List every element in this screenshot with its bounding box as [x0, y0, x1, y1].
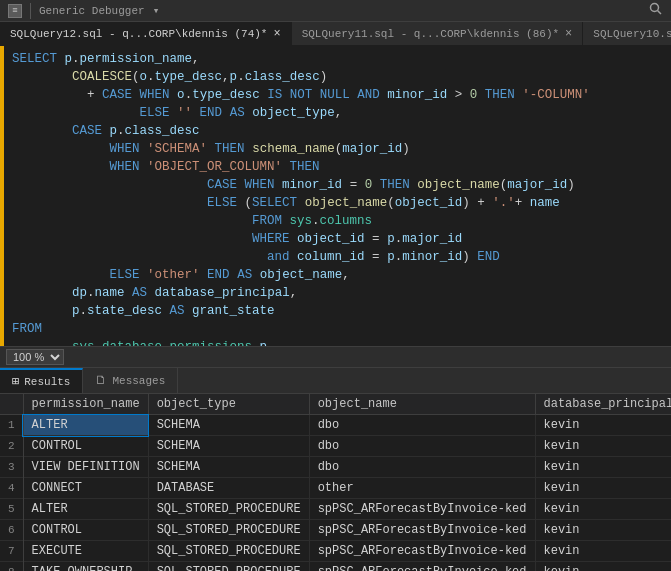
cell-database-principal: kevin [535, 499, 671, 520]
cell-rownum: 4 [0, 478, 23, 499]
tab-close[interactable]: × [565, 27, 572, 41]
tab-bar: SQLQuery12.sql - q...CORP\kdennis (74)* … [0, 22, 671, 46]
search-icon[interactable] [649, 2, 671, 20]
zoom-bar: 50 % 75 % 100 % 125 % 150 % 200 % [0, 346, 671, 368]
cell-permission-name: TAKE OWNERSHIP [23, 562, 148, 572]
cell-rownum: 2 [0, 436, 23, 457]
results-panel: ⊞ Results 🗋 Messages permission_name obj… [0, 368, 671, 571]
svg-point-0 [651, 3, 659, 11]
cell-object-type: SCHEMA [148, 415, 309, 436]
cell-rownum: 8 [0, 562, 23, 572]
cell-permission-name: EXECUTE [23, 541, 148, 562]
cell-permission-name: CONTROL [23, 436, 148, 457]
col-rownum [0, 394, 23, 415]
editor[interactable]: SELECT p.permission_name, COALESCE(o.typ… [0, 46, 671, 346]
top-bar: ≡ Generic Debugger ▾ [0, 0, 671, 22]
table-row[interactable]: 1ALTERSCHEMAdbokevinGRANT [0, 415, 671, 436]
code-block: SELECT p.permission_name, COALESCE(o.typ… [12, 50, 667, 346]
tab-label: SQLQuery10.sql - q...CORP [593, 28, 671, 40]
cell-rownum: 6 [0, 520, 23, 541]
cell-rownum: 7 [0, 541, 23, 562]
cell-permission-name: CONNECT [23, 478, 148, 499]
cell-object-type: DATABASE [148, 478, 309, 499]
data-table-container[interactable]: permission_name object_type object_name … [0, 394, 671, 571]
cell-object-name: spPSC_ARForecastByInvoice-ked [309, 562, 535, 572]
cell-object-name: spPSC_ARForecastByInvoice-ked [309, 520, 535, 541]
tab-messages[interactable]: 🗋 Messages [83, 368, 178, 393]
cell-rownum: 5 [0, 499, 23, 520]
cell-database-principal: kevin [535, 415, 671, 436]
messages-tab-label: Messages [112, 375, 165, 387]
col-object-type: object_type [148, 394, 309, 415]
table-header: permission_name object_type object_name … [0, 394, 671, 415]
results-table: permission_name object_type object_name … [0, 394, 671, 571]
tab-sqlquery11[interactable]: SQLQuery11.sql - q...CORP\kdennis (86)* … [292, 22, 584, 45]
tab-results[interactable]: ⊞ Results [0, 368, 83, 393]
table-row[interactable]: 7EXECUTESQL_STORED_PROCEDUREspPSC_ARFore… [0, 541, 671, 562]
cell-database-principal: kevin [535, 436, 671, 457]
cell-database-principal: kevin [535, 520, 671, 541]
results-tabs: ⊞ Results 🗋 Messages [0, 368, 671, 394]
tab-label: SQLQuery12.sql - q...CORP\kdennis (74)* [10, 28, 267, 40]
cell-object-type: SQL_STORED_PROCEDURE [148, 520, 309, 541]
cell-database-principal: kevin [535, 478, 671, 499]
table-row[interactable]: 3VIEW DEFINITIONSCHEMAdbokevinGRANT [0, 457, 671, 478]
cell-object-name: spPSC_ARForecastByInvoice-ked [309, 499, 535, 520]
cell-database-principal: kevin [535, 562, 671, 572]
dropdown-arrow: ▾ [153, 4, 160, 17]
cell-object-name: dbo [309, 415, 535, 436]
editor-content[interactable]: SELECT p.permission_name, COALESCE(o.typ… [0, 46, 671, 346]
col-permission-name: permission_name [23, 394, 148, 415]
zoom-select[interactable]: 50 % 75 % 100 % 125 % 150 % 200 % [6, 349, 64, 365]
menu-icon[interactable]: ≡ [8, 4, 22, 18]
cell-object-type: SCHEMA [148, 436, 309, 457]
cell-object-type: SQL_STORED_PROCEDURE [148, 541, 309, 562]
tab-label: SQLQuery11.sql - q...CORP\kdennis (86)* [302, 28, 559, 40]
separator [30, 3, 31, 19]
table-row[interactable]: 5ALTERSQL_STORED_PROCEDUREspPSC_ARForeca… [0, 499, 671, 520]
cell-database-principal: kevin [535, 457, 671, 478]
cell-rownum: 1 [0, 415, 23, 436]
table-row[interactable]: 8TAKE OWNERSHIPSQL_STORED_PROCEDUREspPSC… [0, 562, 671, 572]
table-row[interactable]: 2CONTROLSCHEMAdbokevinGRANT [0, 436, 671, 457]
svg-line-1 [658, 10, 662, 14]
tab-close[interactable]: × [273, 27, 280, 41]
results-icon: ⊞ [12, 374, 19, 389]
messages-icon: 🗋 [95, 373, 107, 388]
cell-object-name: dbo [309, 457, 535, 478]
table-row[interactable]: 6CONTROLSQL_STORED_PROCEDUREspPSC_ARFore… [0, 520, 671, 541]
cell-object-name: dbo [309, 436, 535, 457]
cell-object-name: spPSC_ARForecastByInvoice-ked [309, 541, 535, 562]
table-row[interactable]: 4CONNECTDATABASEotherkevinGRANT [0, 478, 671, 499]
line-indicator [0, 46, 4, 346]
tab-sqlquery12[interactable]: SQLQuery12.sql - q...CORP\kdennis (74)* … [0, 22, 292, 45]
cell-permission-name: ALTER [23, 499, 148, 520]
cell-object-name: other [309, 478, 535, 499]
cell-permission-name: CONTROL [23, 520, 148, 541]
table-body: 1ALTERSCHEMAdbokevinGRANT2CONTROLSCHEMAd… [0, 415, 671, 572]
col-database-principal: database_principal [535, 394, 671, 415]
cell-object-type: SQL_STORED_PROCEDURE [148, 562, 309, 572]
debugger-label: Generic Debugger [39, 5, 145, 17]
tab-sqlquery10[interactable]: SQLQuery10.sql - q...CORP [583, 22, 671, 45]
cell-permission-name: ALTER [23, 415, 148, 436]
col-object-name: object_name [309, 394, 535, 415]
cell-object-type: SCHEMA [148, 457, 309, 478]
top-bar-left: ≡ Generic Debugger ▾ [0, 3, 167, 19]
cell-rownum: 3 [0, 457, 23, 478]
cell-object-type: SQL_STORED_PROCEDURE [148, 499, 309, 520]
cell-database-principal: kevin [535, 541, 671, 562]
cell-permission-name: VIEW DEFINITION [23, 457, 148, 478]
results-tab-label: Results [24, 376, 70, 388]
